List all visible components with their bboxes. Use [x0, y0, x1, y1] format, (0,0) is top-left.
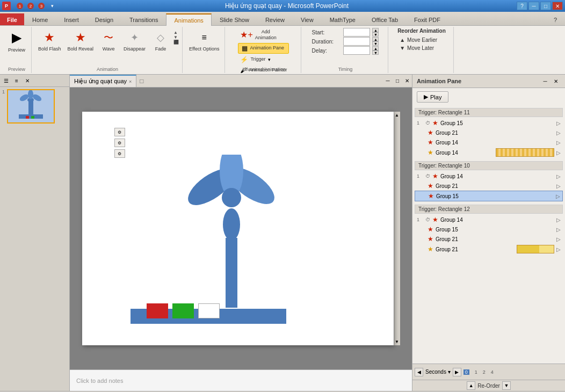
timing-duration-input[interactable]: [343, 37, 370, 46]
scroll-up-btn[interactable]: ▲: [395, 113, 399, 118]
slide-btn-red[interactable]: [147, 303, 168, 318]
tab-home[interactable]: Home: [24, 13, 56, 25]
anim-item[interactable]: ★ Group 14 ▷: [415, 137, 563, 147]
tab-mathtype[interactable]: MathType: [322, 13, 364, 25]
qa-num3[interactable]: 3: [37, 2, 46, 10]
pres-tab-new[interactable]: □: [136, 76, 147, 86]
tab-file[interactable]: File: [0, 13, 24, 25]
tab-slideshow[interactable]: Slide Show: [212, 13, 257, 25]
timing-duration-down[interactable]: ▼: [372, 41, 379, 46]
anim-item[interactable]: ★ Group 21 ▷: [415, 234, 563, 244]
tab-help[interactable]: ?: [546, 13, 565, 25]
slide-btn-white[interactable]: [198, 303, 220, 318]
reorder-up-btn[interactable]: ▲: [467, 381, 475, 390]
scroll-down-btn[interactable]: ▼: [395, 339, 399, 344]
seconds-dropdown[interactable]: Seconds ▾: [425, 369, 451, 375]
help-btn[interactable]: ?: [517, 2, 527, 10]
anim-item[interactable]: ★ Group 21 ▷: [415, 244, 563, 255]
play-label: Play: [430, 94, 441, 100]
add-animation-btn[interactable]: ★+ AddAnimation: [238, 28, 289, 42]
timing-duration-up[interactable]: ▲: [372, 37, 379, 41]
slide-canvas[interactable]: ⚙ ⚙ ⚙: [82, 112, 394, 345]
timing-start-down[interactable]: ▼: [372, 32, 379, 37]
effect-options-btn[interactable]: ≡ Effect Options: [187, 28, 221, 53]
trigger-items-rect10: 1 ⏱ ★ Group 14 ▷ ★ Group 21 ▷: [415, 170, 563, 202]
qa-num2[interactable]: 2: [26, 2, 35, 10]
qa-dropdown[interactable]: ▾: [47, 2, 57, 10]
timing-delay-up[interactable]: ▲: [372, 46, 379, 50]
preview-btn[interactable]: ▶ Preview: [7, 28, 26, 61]
anim-item[interactable]: 1 ⏱ ★ Group 14 ▷: [415, 171, 563, 181]
animation-scroll-up[interactable]: ▲: [173, 30, 179, 35]
slide-btn-green[interactable]: [172, 303, 194, 318]
slide-tool-1[interactable]: ⚙: [114, 128, 125, 136]
content-area: Hiệu ứng quạt quay × □ ─ □ ✕ ⚙ ⚙ ⚙: [70, 75, 412, 391]
trigger-btn[interactable]: ⚡ Trigger ▾: [238, 55, 289, 64]
tab-transitions[interactable]: Transitions: [121, 13, 166, 25]
animation-pane-btn[interactable]: ▦ Animation Pane: [238, 43, 289, 54]
timing-delay-input[interactable]: [343, 46, 370, 55]
anim-bold-flash[interactable]: ★ Bold Flash: [36, 28, 63, 53]
minimize-btn[interactable]: ─: [528, 2, 539, 10]
reorder-controls: Reorder Animation ▲ Move Earlier ▼ Move …: [397, 28, 446, 60]
restore-btn[interactable]: □: [540, 2, 551, 10]
anim-item[interactable]: 1 ⏱ ★ Group 14 ▷: [415, 215, 563, 224]
timing-start-input[interactable]: [343, 28, 370, 37]
anim-item[interactable]: ★ Group 21 ▷: [415, 128, 563, 137]
pres-tab-main[interactable]: Hiệu ứng quạt quay ×: [70, 75, 136, 87]
anim-pane-minimize[interactable]: ─: [540, 77, 550, 85]
anim-item[interactable]: ★ Group 15 ▷: [415, 224, 563, 234]
panel-view-outline[interactable]: ≡: [12, 76, 21, 85]
reorder-down-btn[interactable]: ▼: [502, 381, 511, 390]
anim-bold-reveal[interactable]: ★ Bold Reveal: [66, 28, 96, 53]
tab-view[interactable]: View: [293, 13, 322, 25]
preview-group-label: Preview: [2, 67, 31, 72]
anim-pane-close[interactable]: ✕: [551, 77, 561, 85]
notes-area[interactable]: Click to add notes: [70, 369, 412, 391]
panel-view-slides[interactable]: ☰: [1, 76, 11, 85]
anim-item[interactable]: ★ Group 14 ▷: [415, 147, 563, 158]
anim-fade[interactable]: ◇ Fade: [150, 28, 171, 53]
anim-star-icon: ★: [428, 139, 433, 146]
anim-play-btn[interactable]: ▶ Play: [417, 91, 448, 103]
effect-options-icon: ≡: [195, 29, 213, 46]
anim-star-icon: ★: [428, 245, 433, 253]
ribbon: File Home Insert Design Transitions Anim…: [0, 12, 565, 75]
animation-scroll-down[interactable]: ▼: [173, 35, 179, 40]
svg-point-12: [222, 188, 241, 207]
slide-1-thumb[interactable]: [7, 89, 55, 124]
anim-item[interactable]: ★ Group 21 ▷: [415, 181, 563, 191]
tab-animations[interactable]: Animations: [166, 13, 211, 26]
tab-foxitpdf[interactable]: Foxit PDF: [406, 13, 448, 25]
timing-start-up[interactable]: ▲: [372, 28, 379, 32]
tab-design[interactable]: Design: [87, 13, 121, 25]
slide-tool-2[interactable]: ⚙: [114, 139, 125, 147]
close-btn[interactable]: ✕: [552, 2, 563, 10]
pres-tab-close[interactable]: ×: [129, 79, 132, 84]
anim-item[interactable]: 1 ⏱ ★ Group 15 ▷: [415, 118, 563, 128]
anim-bar: [517, 245, 554, 253]
anim-item-selected[interactable]: ★ Group 15 ▷: [415, 191, 563, 201]
timing-delay-down[interactable]: ▼: [372, 50, 379, 55]
anim-arrow: ▷: [556, 120, 561, 126]
anim-clock: ⏱: [425, 120, 430, 126]
window-controls: ? ─ □ ✕: [517, 2, 563, 10]
timing-duration-label: Duration:: [312, 39, 341, 45]
move-earlier-btn[interactable]: ▲ Move Earlier: [397, 36, 446, 44]
timeline-forward-btn[interactable]: ▶: [453, 368, 461, 376]
pres-tab-ctrl-close[interactable]: ✕: [402, 76, 412, 86]
pres-tab-ctrl-minimize[interactable]: ─: [383, 76, 393, 86]
animation-more[interactable]: ⬛: [173, 40, 179, 45]
anim-disappear[interactable]: ✦ Disappear: [121, 28, 148, 53]
slide-tool-3[interactable]: ⚙: [114, 149, 125, 158]
qa-num1[interactable]: 1: [15, 2, 25, 10]
pres-tab-ctrl-maximize[interactable]: □: [393, 76, 402, 86]
move-later-btn[interactable]: ▼ Move Later: [397, 44, 446, 52]
tab-review[interactable]: Review: [257, 13, 293, 25]
timeline-back-btn[interactable]: ◀: [415, 368, 423, 376]
tab-insert[interactable]: Insert: [56, 13, 87, 25]
anim-wave[interactable]: 〜 Wave: [98, 28, 119, 53]
tab-officetab[interactable]: Office Tab: [364, 13, 406, 25]
panel-close[interactable]: ✕: [23, 76, 32, 85]
bold-reveal-icon: ★: [72, 29, 89, 46]
